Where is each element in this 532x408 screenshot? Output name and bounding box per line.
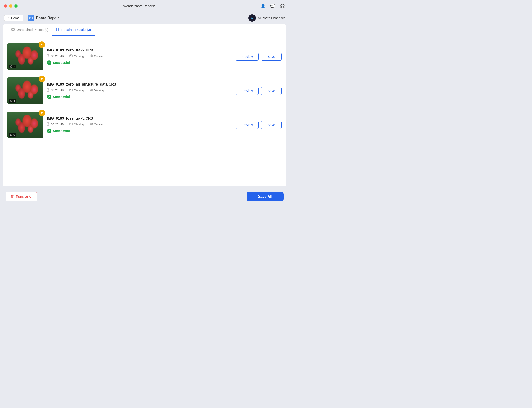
content-area: 7 IMG_0109_zero_trak2.CR3 36.26 [3,36,286,187]
photo-name-1: IMG_0109_zero_trak2.CR3 [47,48,232,52]
meta-size-3: 36.26 MB [47,122,64,126]
camera-icon-3 [89,122,93,126]
preview-button-1[interactable]: Preview [235,53,259,61]
close-button[interactable] [4,4,7,8]
file-icon-3 [47,122,50,126]
home-icon: ⌂ [8,16,9,20]
remove-all-label: Remove All [16,195,32,198]
check-icon-3: ✓ [47,129,52,133]
repair-badge-2 [39,76,45,82]
save-button-3[interactable]: Save [261,121,282,129]
camera-icon-2 [89,88,93,92]
photo-repair-nav: Photo Repair [25,13,62,23]
image-icon-3 [70,122,73,126]
preview-button-2[interactable]: Preview [235,87,259,95]
photo-item: 4 IMG_0109_zero_all_structure_data.CR3 [7,74,282,108]
svg-point-3 [12,29,13,29]
navbar: ⌂ Home Photo Repair AI AI Photo Enhancer [0,12,289,24]
meta-field2-2: Missing [70,88,84,92]
photo-info-2: IMG_0109_zero_all_structure_data.CR3 36.… [47,82,232,99]
trash-icon [10,195,14,199]
app-title: Wondershare Repairit [123,4,155,8]
user-icon[interactable]: 👤 [261,3,266,8]
image-icon-2 [70,88,73,92]
meta-field3-3: Canon [89,122,103,126]
unrepaired-tab-icon [11,28,15,32]
ai-enhancer-button[interactable]: AI AI Photo Enhancer [248,14,285,22]
photo-meta-2: 36.26 MB Missing Missing [47,88,232,92]
check-icon-1: ✓ [47,60,52,65]
tab-repaired[interactable]: Repaired Results (3) [52,25,95,36]
thumbnail-1: 7 [7,43,43,70]
bottombar: Remove All Save All [0,189,289,204]
photo-name-3: IMG_0109_lose_trak3.CR3 [47,116,232,120]
navbar-left: ⌂ Home Photo Repair [4,13,62,23]
meta-field2-3: Missing [70,122,84,126]
photo-repair-label: Photo Repair [36,16,59,20]
tab-unrepaired[interactable]: Unrepaired Photos (0) [7,25,52,36]
status-2: ✓ Successful [47,94,232,99]
svg-rect-0 [30,17,32,19]
svg-rect-13 [11,100,12,100]
thumbnail-count-3: 6 [9,133,16,137]
photo-info-1: IMG_0109_zero_trak2.CR3 36.26 MB Missing [47,48,232,65]
file-icon-2 [47,88,50,92]
image-icon [70,54,73,58]
svg-point-11 [90,56,92,57]
photo-name-2: IMG_0109_zero_all_structure_data.CR3 [47,82,232,86]
status-3: ✓ Successful [47,129,232,133]
chat-icon[interactable]: 💬 [270,3,275,8]
camera-icon [89,54,93,58]
save-button-2[interactable]: Save [261,87,282,95]
thumbnail-2: 4 [7,77,43,104]
svg-rect-20 [11,134,12,134]
titlebar: Wondershare Repairit 👤 💬 🎧 [0,0,289,12]
home-label: Home [11,16,19,20]
meta-field2-1: Missing [70,54,84,58]
save-all-button[interactable]: Save All [247,192,284,202]
ai-enhancer-label: AI Photo Enhancer [258,16,285,20]
thumbnail-wrapper-2: 4 [7,77,43,104]
ai-icon: AI [248,14,256,22]
preview-button-3[interactable]: Preview [235,121,259,129]
svg-rect-6 [11,66,12,66]
photo-meta-3: 36.26 MB Missing Canon [47,122,232,126]
save-button-1[interactable]: Save [261,53,282,61]
photo-repair-icon [28,15,34,21]
svg-rect-12 [10,100,12,102]
tabs-bar: Unrepaired Photos (0) Repaired Results (… [3,24,286,36]
meta-size-1: 36.26 MB [47,54,64,58]
svg-rect-5 [10,66,12,67]
tab-unrepaired-label: Unrepaired Photos (0) [17,28,48,32]
svg-rect-19 [10,134,12,136]
minimize-button[interactable] [9,4,12,8]
photo-actions-2: Preview Save [235,87,282,95]
repaired-tab-icon [56,28,60,32]
meta-size-2: 36.26 MB [47,88,64,92]
photo-info-3: IMG_0109_lose_trak3.CR3 36.26 MB Missing [47,116,232,133]
file-icon [47,54,50,58]
home-button[interactable]: ⌂ Home [4,15,23,21]
main-panel: Unrepaired Photos (0) Repaired Results (… [3,24,286,187]
thumbnail-wrapper-3: 6 [7,111,43,138]
status-1: ✓ Successful [47,60,232,65]
thumbnail-wrapper-1: 7 [7,43,43,70]
svg-point-9 [70,55,70,56]
photo-item: 7 IMG_0109_zero_trak2.CR3 36.26 [7,40,282,74]
headphone-icon[interactable]: 🎧 [280,3,285,8]
svg-point-25 [90,124,92,125]
svg-point-16 [70,89,70,90]
svg-point-23 [70,124,70,124]
maximize-button[interactable] [14,4,17,8]
meta-field3-1: Canon [89,54,103,58]
repair-badge-3 [39,110,45,116]
tab-repaired-label: Repaired Results (3) [61,28,91,32]
thumbnail-3: 6 [7,111,43,138]
titlebar-right-icons: 👤 💬 🎧 [261,3,285,8]
repair-badge-1 [39,42,45,48]
remove-all-button[interactable]: Remove All [6,192,37,202]
meta-field3-2: Missing [89,88,104,92]
thumbnail-count-1: 7 [9,65,16,68]
thumbnail-count-2: 4 [9,99,16,102]
photo-meta-1: 36.26 MB Missing Canon [47,54,232,58]
